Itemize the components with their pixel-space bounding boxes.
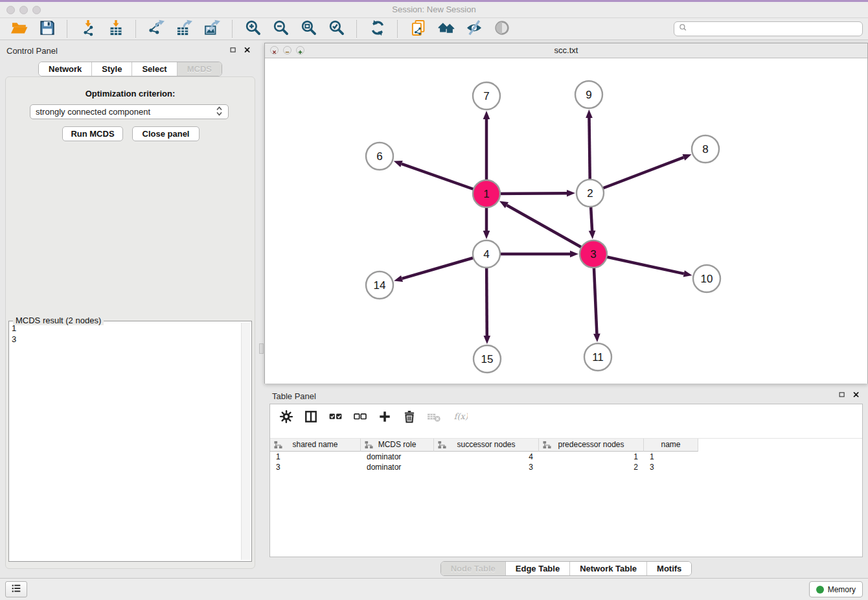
table-cell[interactable]: 1 bbox=[644, 452, 698, 462]
graph-node-11[interactable]: 11 bbox=[584, 343, 611, 371]
save-session-button[interactable] bbox=[35, 19, 59, 39]
tab-node-table[interactable]: Node Table bbox=[441, 562, 505, 575]
table-cell[interactable]: dominator bbox=[361, 462, 434, 472]
zoom-fit-button[interactable] bbox=[297, 19, 321, 39]
graph-node-6[interactable]: 6 bbox=[366, 143, 393, 170]
table-panel-close-icon[interactable] bbox=[851, 390, 862, 400]
status-bar: Memory bbox=[0, 578, 868, 600]
graph-edge-3-1[interactable] bbox=[507, 205, 593, 254]
svg-text:1: 1 bbox=[483, 188, 489, 200]
zoom-out-button[interactable] bbox=[269, 19, 293, 39]
table-row[interactable]: 3dominator323 bbox=[270, 462, 862, 472]
tab-style[interactable]: Style bbox=[91, 62, 131, 76]
graph-node-9[interactable]: 9 bbox=[575, 81, 602, 108]
control-panel-tabs: NetworkStyleSelectMCDS bbox=[0, 62, 260, 76]
network-graph: 7968124314101511 bbox=[265, 58, 867, 384]
table-cell[interactable]: 1 bbox=[270, 452, 361, 462]
column-header-successor-nodes[interactable]: successor nodes bbox=[434, 439, 539, 452]
graph-node-1[interactable]: 1 bbox=[473, 180, 500, 207]
table-cell[interactable]: dominator bbox=[361, 452, 434, 462]
refresh-layout-button[interactable] bbox=[365, 19, 389, 39]
table-cell[interactable]: 3 bbox=[644, 462, 698, 472]
zoom-out-icon bbox=[273, 19, 290, 38]
export-table-button[interactable] bbox=[172, 19, 196, 39]
column-header-label: predecessor nodes bbox=[558, 440, 624, 449]
mcds-result-scrollbar[interactable] bbox=[241, 323, 250, 560]
graph-node-15[interactable]: 15 bbox=[474, 345, 501, 373]
open-session-button[interactable] bbox=[7, 19, 31, 39]
graph-edge-arrow-2-9 bbox=[586, 110, 593, 118]
column-header-predecessor-nodes[interactable]: predecessor nodes bbox=[539, 439, 644, 452]
mcds-result-text[interactable]: 1 3 bbox=[12, 323, 240, 560]
search-input[interactable] bbox=[688, 23, 858, 36]
graph-node-3[interactable]: 3 bbox=[580, 240, 607, 268]
deselect-all-icon bbox=[353, 410, 367, 426]
tab-edge-table[interactable]: Edge Table bbox=[505, 562, 569, 575]
search-box[interactable] bbox=[674, 21, 863, 36]
export-network-button[interactable] bbox=[144, 19, 168, 39]
export-image-button[interactable] bbox=[200, 19, 224, 39]
table-cell[interactable]: 2 bbox=[539, 462, 644, 472]
graph-edge-arrow-1-2 bbox=[567, 190, 575, 197]
table-panel-float-icon[interactable] bbox=[837, 390, 847, 400]
hide-graphics-icon bbox=[466, 19, 483, 38]
graph-node-8[interactable]: 8 bbox=[692, 135, 719, 163]
table-toolbar: f(x) bbox=[277, 408, 477, 426]
zoom-selected-icon bbox=[328, 19, 345, 38]
tab-mcds[interactable]: MCDS bbox=[177, 62, 222, 76]
tree-icon bbox=[543, 441, 551, 453]
graph-node-2[interactable]: 2 bbox=[577, 179, 604, 207]
table-cell[interactable]: 1 bbox=[539, 452, 644, 462]
toggle-panels-button[interactable] bbox=[301, 408, 321, 426]
deselect-all-button[interactable] bbox=[350, 408, 370, 426]
network-close-button[interactable] bbox=[270, 46, 279, 54]
control-panel-close-icon[interactable] bbox=[242, 45, 253, 56]
zoom-selected-button[interactable] bbox=[325, 19, 348, 39]
toggle-birdseye-button[interactable] bbox=[490, 19, 514, 39]
column-header-label: shared name bbox=[292, 440, 337, 449]
column-header-name[interactable]: name bbox=[644, 439, 698, 452]
memory-button[interactable]: Memory bbox=[809, 581, 863, 597]
table-cell[interactable]: 3 bbox=[270, 462, 361, 472]
tab-network-table[interactable]: Network Table bbox=[569, 562, 646, 575]
graph-edge-2-8[interactable] bbox=[590, 157, 683, 193]
network-minimize-button[interactable] bbox=[283, 46, 291, 54]
add-column-button[interactable] bbox=[375, 408, 394, 426]
vertical-splitter-grip[interactable] bbox=[259, 343, 264, 354]
task-history-button[interactable] bbox=[5, 581, 27, 597]
copy-network-button[interactable] bbox=[406, 19, 430, 39]
control-panel-float-icon[interactable] bbox=[228, 45, 238, 56]
function-builder-icon: f(x) bbox=[453, 410, 468, 426]
close-panel-button[interactable]: Close panel bbox=[132, 126, 200, 141]
table-row[interactable]: 1dominator411 bbox=[270, 452, 862, 462]
svg-text:10: 10 bbox=[701, 273, 713, 285]
network-zoom-button[interactable] bbox=[296, 46, 304, 54]
main-toolbar-groups bbox=[5, 19, 516, 39]
tab-motifs[interactable]: Motifs bbox=[646, 562, 691, 575]
select-all-button[interactable] bbox=[326, 408, 345, 426]
graph-edge-arrow-3-1 bbox=[499, 201, 508, 208]
function-builder-button: f(x) bbox=[449, 408, 472, 426]
graph-node-4[interactable]: 4 bbox=[473, 240, 500, 268]
tab-network[interactable]: Network bbox=[39, 62, 91, 76]
import-table-button[interactable] bbox=[104, 19, 128, 39]
delete-column-button[interactable] bbox=[400, 408, 419, 426]
zoom-in-button[interactable] bbox=[241, 19, 265, 39]
table-cell[interactable]: 4 bbox=[434, 452, 539, 462]
graph-edge-arrow-4-3 bbox=[570, 251, 578, 258]
column-header-mcds-role[interactable]: MCDS role bbox=[361, 439, 434, 452]
node-table: shared nameMCDS rolesuccessor nodesprede… bbox=[270, 438, 862, 472]
network-home-button[interactable] bbox=[434, 19, 458, 39]
graph-node-7[interactable]: 7 bbox=[473, 82, 500, 110]
column-header-shared-name[interactable]: shared name bbox=[270, 439, 361, 452]
graph-node-10[interactable]: 10 bbox=[693, 265, 720, 292]
graph-node-14[interactable]: 14 bbox=[366, 271, 393, 299]
hide-graphics-button[interactable] bbox=[462, 19, 486, 39]
import-network-button[interactable] bbox=[76, 19, 100, 39]
table-settings-button[interactable] bbox=[277, 408, 296, 426]
network-canvas[interactable]: 7968124314101511 bbox=[265, 58, 867, 384]
criterion-dropdown[interactable]: strongly connected component bbox=[30, 104, 229, 119]
tab-select[interactable]: Select bbox=[131, 62, 176, 76]
run-mcds-button[interactable]: Run MCDS bbox=[62, 126, 123, 141]
table-cell[interactable]: 3 bbox=[434, 462, 539, 472]
